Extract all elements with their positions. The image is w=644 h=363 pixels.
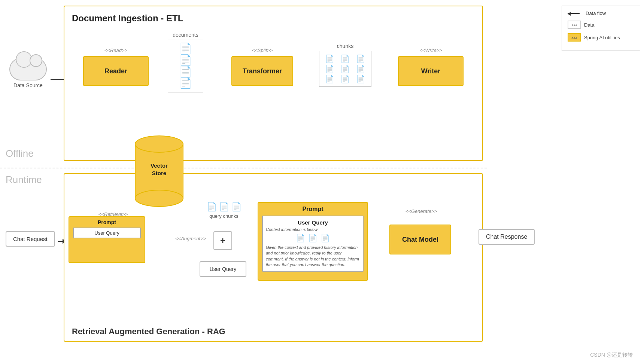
legend: Data flow xxx Data xxx Spring AI utiliti… <box>562 6 640 51</box>
rag-prompt-inner: User Query <box>73 228 141 238</box>
svg-text:Store: Store <box>152 170 166 176</box>
chunk-7: 📄 <box>322 74 337 83</box>
chunks-container: chunks 📄 📄 📄 📄 📄 📄 📄 📄 📄 <box>319 43 371 87</box>
svg-point-17 <box>135 136 183 152</box>
chunk-2: 📄 <box>338 54 353 63</box>
data-label: Data <box>584 22 594 28</box>
legend-data: xxx Data <box>568 21 634 29</box>
doc-icon-4: 📄 <box>171 77 200 89</box>
transformer-box: Transformer <box>231 56 293 86</box>
chunk-6: 📄 <box>353 64 368 73</box>
context-text: Given the context and provided history i… <box>266 245 360 268</box>
doc-icon-3: 📄 <box>171 66 200 78</box>
qchunk-3: 📄 <box>231 202 242 212</box>
augment-plus-box: + <box>213 231 232 250</box>
chunks-icons: 📄 📄 📄 📄 📄 📄 📄 📄 📄 <box>319 51 371 87</box>
chat-model-box: Chat Model <box>389 225 451 254</box>
rag-user-query-label: User Query <box>94 230 119 236</box>
runtime-label: Runtime <box>6 174 42 186</box>
plus-icon: + <box>220 235 225 246</box>
prompt-large-inner: User Query Context information is below:… <box>262 216 364 272</box>
docs-title: documents <box>168 32 203 38</box>
datasource-label: Data Source <box>6 82 51 88</box>
reader-box: Reader <box>83 56 149 86</box>
chunk-5: 📄 <box>338 64 353 73</box>
user-query-large: User Query <box>266 219 360 226</box>
prompt-large-title: Prompt <box>258 203 367 216</box>
doc-icon-2: 📄 <box>171 55 200 66</box>
docs-icons: 📄 📄 📄 📄 <box>168 40 203 92</box>
query-chunks-label: query chunks <box>205 213 243 219</box>
chunk-9: 📄 <box>353 74 368 83</box>
context-info: Context information is below: <box>266 227 360 232</box>
dataflow-arrow-icon <box>568 11 583 16</box>
chunk-4: 📄 <box>322 64 337 73</box>
svg-text:Vector: Vector <box>151 162 168 169</box>
cloud-shape-icon <box>9 58 47 80</box>
transformer-stereo-container: <<Split>> <box>231 48 293 53</box>
offline-label: Offline <box>6 148 34 159</box>
ctx-doc-3: 📄 <box>321 234 330 242</box>
rag-title: Retrieval Augmented Generation - RAG <box>72 327 225 336</box>
augment-stereo: <<Augment>> <box>175 236 206 241</box>
chunk-1: 📄 <box>322 54 337 63</box>
writer-stereo-container: <<Write>> <box>398 48 464 53</box>
section-divider <box>0 168 487 168</box>
qchunk-2: 📄 <box>219 202 229 212</box>
watermark: CSDN @还是转转 <box>590 352 633 359</box>
dataflow-label: Data flow <box>586 10 606 16</box>
chat-response-box: Chat Response <box>479 229 535 245</box>
user-query-rag-box: User Query <box>200 261 246 277</box>
chunk-3: 📄 <box>353 54 368 63</box>
prompt-large-container: Prompt User Query Context information is… <box>258 202 368 281</box>
spring-label: Spring AI utilities <box>584 35 620 40</box>
generate-stereo: <<Generate>> <box>395 208 447 214</box>
writer-box: Writer <box>398 56 464 86</box>
chunks-title: chunks <box>319 43 371 49</box>
data-box-icon: xxx <box>568 21 581 29</box>
reader-stereo-container: <<Read>> <box>83 48 149 53</box>
chat-request-box: Chat Request <box>6 231 55 247</box>
chunk-8: 📄 <box>338 74 353 83</box>
qchunk-1: 📄 <box>207 202 217 212</box>
writer-stereo: <<Write>> <box>398 48 464 53</box>
spring-box-icon: xxx <box>568 33 581 42</box>
rag-prompt-container: Prompt User Query <box>69 216 145 263</box>
context-doc-icons: 📄 📄 📄 <box>266 234 360 242</box>
etl-title: Document Ingestion - ETL <box>72 13 183 24</box>
doc-icon-1: 📄 <box>171 43 200 55</box>
legend-dataflow: Data flow <box>568 10 634 16</box>
documents-container: documents 📄 📄 📄 📄 <box>168 32 203 92</box>
legend-spring: xxx Spring AI utilities <box>568 33 634 42</box>
query-chunks-container: 📄 📄 📄 query chunks <box>205 202 243 219</box>
ctx-doc-1: 📄 <box>296 234 305 242</box>
datasource-cloud: Data Source <box>6 58 51 90</box>
reader-stereo: <<Read>> <box>83 48 149 53</box>
transformer-stereo: <<Split>> <box>231 48 293 53</box>
ctx-doc-2: 📄 <box>308 234 318 242</box>
svg-point-18 <box>135 190 183 207</box>
query-chunks-icons: 📄 📄 📄 <box>205 202 243 212</box>
vector-store: Vector Store <box>135 135 183 208</box>
rag-prompt-title: Prompt <box>69 217 145 228</box>
